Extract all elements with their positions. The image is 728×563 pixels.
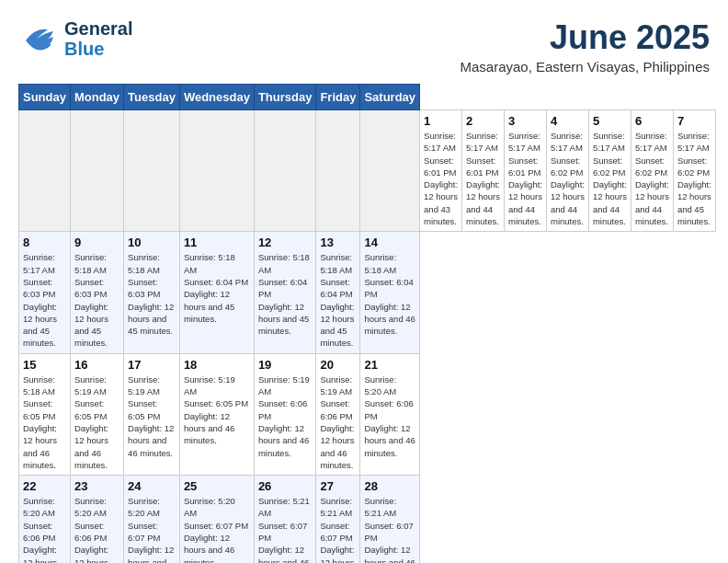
calendar-cell: 16Sunrise: 5:19 AM Sunset: 6:05 PM Dayli…	[70, 353, 123, 475]
day-info: Sunrise: 5:17 AM Sunset: 6:03 PM Dayligh…	[23, 251, 66, 349]
calendar-cell: 22Sunrise: 5:20 AM Sunset: 6:06 PM Dayli…	[19, 476, 71, 563]
calendar-cell: 11Sunrise: 5:18 AM Sunset: 6:04 PM Dayli…	[179, 232, 254, 353]
day-info: Sunrise: 5:19 AM Sunset: 6:05 PM Dayligh…	[74, 373, 119, 471]
weekday-header-row: SundayMondayTuesdayWednesdayThursdayFrid…	[19, 85, 716, 110]
calendar-cell	[124, 110, 180, 232]
calendar-table: SundayMondayTuesdayWednesdayThursdayFrid…	[18, 84, 716, 563]
day-number: 27	[320, 479, 356, 493]
day-number: 12	[258, 236, 313, 249]
calendar-cell	[360, 110, 420, 232]
calendar-cell	[179, 110, 254, 232]
day-number: 6	[635, 114, 669, 128]
day-number: 20	[320, 358, 356, 372]
calendar-cell: 19Sunrise: 5:19 AM Sunset: 6:06 PM Dayli…	[254, 353, 316, 475]
day-number: 14	[364, 236, 415, 249]
calendar-cell: 2Sunrise: 5:17 AM Sunset: 6:01 PM Daylig…	[462, 110, 505, 232]
calendar-cell: 20Sunrise: 5:19 AM Sunset: 6:06 PM Dayli…	[316, 353, 360, 475]
calendar-cell: 7Sunrise: 5:17 AM Sunset: 6:02 PM Daylig…	[673, 110, 715, 232]
day-number: 18	[184, 358, 250, 372]
day-info: Sunrise: 5:20 AM Sunset: 6:07 PM Dayligh…	[184, 495, 250, 563]
day-info: Sunrise: 5:18 AM Sunset: 6:05 PM Dayligh…	[23, 373, 66, 471]
calendar-cell	[254, 110, 316, 232]
calendar-cell: 18Sunrise: 5:19 AM Sunset: 6:05 PM Dayli…	[179, 353, 254, 475]
calendar-cell: 1Sunrise: 5:17 AM Sunset: 6:01 PM Daylig…	[420, 110, 462, 232]
weekday-header-saturday: Saturday	[360, 85, 420, 110]
calendar-week-row: 8Sunrise: 5:17 AM Sunset: 6:03 PM Daylig…	[19, 232, 716, 353]
day-number: 23	[74, 479, 119, 493]
day-info: Sunrise: 5:19 AM Sunset: 6:06 PM Dayligh…	[320, 373, 356, 471]
title-area: June 2025 Masarayao, Eastern Visayas, Ph…	[460, 18, 710, 75]
day-number: 15	[23, 358, 66, 372]
logo: General Blue	[18, 18, 132, 59]
weekday-header-monday: Monday	[70, 85, 123, 110]
calendar-cell: 9Sunrise: 5:18 AM Sunset: 6:03 PM Daylig…	[70, 232, 123, 353]
calendar-cell: 6Sunrise: 5:17 AM Sunset: 6:02 PM Daylig…	[631, 110, 673, 232]
day-number: 22	[23, 479, 66, 493]
day-number: 26	[258, 479, 313, 493]
day-number: 21	[364, 358, 415, 372]
calendar-cell: 5Sunrise: 5:17 AM Sunset: 6:02 PM Daylig…	[588, 110, 631, 232]
logo-bird-icon	[18, 20, 63, 57]
day-number: 2	[466, 114, 500, 128]
day-info: Sunrise: 5:21 AM Sunset: 6:07 PM Dayligh…	[320, 495, 356, 563]
day-number: 28	[364, 479, 415, 493]
day-info: Sunrise: 5:18 AM Sunset: 6:03 PM Dayligh…	[74, 251, 119, 349]
logo-text-blue: Blue	[64, 39, 132, 59]
day-info: Sunrise: 5:19 AM Sunset: 6:06 PM Dayligh…	[258, 373, 313, 459]
weekday-header-wednesday: Wednesday	[179, 85, 254, 110]
day-info: Sunrise: 5:17 AM Sunset: 6:01 PM Dayligh…	[424, 130, 458, 227]
day-info: Sunrise: 5:18 AM Sunset: 6:04 PM Dayligh…	[258, 251, 313, 337]
day-number: 7	[677, 114, 711, 128]
day-number: 5	[593, 114, 627, 128]
day-info: Sunrise: 5:20 AM Sunset: 6:07 PM Dayligh…	[128, 495, 176, 563]
calendar-cell	[19, 110, 71, 232]
day-info: Sunrise: 5:20 AM Sunset: 6:06 PM Dayligh…	[74, 495, 119, 563]
calendar-week-row: 1Sunrise: 5:17 AM Sunset: 6:01 PM Daylig…	[19, 110, 716, 232]
day-number: 13	[320, 236, 356, 249]
calendar-cell: 25Sunrise: 5:20 AM Sunset: 6:07 PM Dayli…	[179, 476, 254, 563]
calendar-week-row: 15Sunrise: 5:18 AM Sunset: 6:05 PM Dayli…	[19, 353, 716, 475]
calendar-cell: 4Sunrise: 5:17 AM Sunset: 6:02 PM Daylig…	[546, 110, 588, 232]
day-info: Sunrise: 5:17 AM Sunset: 6:01 PM Dayligh…	[508, 130, 542, 227]
day-number: 24	[128, 479, 176, 493]
day-info: Sunrise: 5:17 AM Sunset: 6:02 PM Dayligh…	[635, 130, 669, 227]
day-info: Sunrise: 5:20 AM Sunset: 6:06 PM Dayligh…	[23, 495, 66, 563]
weekday-header-sunday: Sunday	[19, 85, 71, 110]
weekday-header-thursday: Thursday	[254, 85, 316, 110]
day-info: Sunrise: 5:19 AM Sunset: 6:05 PM Dayligh…	[128, 373, 176, 459]
calendar-cell: 12Sunrise: 5:18 AM Sunset: 6:04 PM Dayli…	[254, 232, 316, 353]
weekday-header-tuesday: Tuesday	[124, 85, 180, 110]
logo-text-general: General	[64, 18, 132, 39]
day-number: 4	[551, 114, 585, 128]
day-info: Sunrise: 5:17 AM Sunset: 6:02 PM Dayligh…	[593, 130, 627, 227]
day-number: 16	[74, 358, 119, 372]
day-info: Sunrise: 5:17 AM Sunset: 6:02 PM Dayligh…	[551, 130, 585, 227]
calendar-cell: 10Sunrise: 5:18 AM Sunset: 6:03 PM Dayli…	[124, 232, 180, 353]
day-info: Sunrise: 5:21 AM Sunset: 6:07 PM Dayligh…	[364, 495, 415, 563]
day-info: Sunrise: 5:18 AM Sunset: 6:04 PM Dayligh…	[184, 251, 250, 325]
month-title: June 2025	[460, 18, 710, 57]
day-number: 1	[424, 114, 458, 128]
calendar-cell: 3Sunrise: 5:17 AM Sunset: 6:01 PM Daylig…	[505, 110, 547, 232]
calendar-cell: 8Sunrise: 5:17 AM Sunset: 6:03 PM Daylig…	[19, 232, 71, 353]
calendar-cell: 21Sunrise: 5:20 AM Sunset: 6:06 PM Dayli…	[360, 353, 420, 475]
calendar-cell: 24Sunrise: 5:20 AM Sunset: 6:07 PM Dayli…	[124, 476, 180, 563]
day-info: Sunrise: 5:21 AM Sunset: 6:07 PM Dayligh…	[258, 495, 313, 563]
calendar-cell: 27Sunrise: 5:21 AM Sunset: 6:07 PM Dayli…	[316, 476, 360, 563]
day-number: 17	[128, 358, 176, 372]
day-number: 11	[184, 236, 250, 249]
day-number: 8	[23, 236, 66, 249]
calendar-cell: 13Sunrise: 5:18 AM Sunset: 6:04 PM Dayli…	[316, 232, 360, 353]
calendar-cell: 26Sunrise: 5:21 AM Sunset: 6:07 PM Dayli…	[254, 476, 316, 563]
day-number: 19	[258, 358, 313, 372]
day-info: Sunrise: 5:19 AM Sunset: 6:05 PM Dayligh…	[184, 373, 250, 447]
day-info: Sunrise: 5:17 AM Sunset: 6:02 PM Dayligh…	[677, 130, 711, 227]
calendar-cell	[316, 110, 360, 232]
day-number: 25	[184, 479, 250, 493]
calendar-cell: 17Sunrise: 5:19 AM Sunset: 6:05 PM Dayli…	[124, 353, 180, 475]
page-header: General Blue June 2025 Masarayao, Easter…	[18, 18, 710, 75]
calendar-cell: 15Sunrise: 5:18 AM Sunset: 6:05 PM Dayli…	[19, 353, 71, 475]
day-number: 3	[508, 114, 542, 128]
day-info: Sunrise: 5:18 AM Sunset: 6:04 PM Dayligh…	[320, 251, 356, 349]
weekday-header-friday: Friday	[316, 85, 360, 110]
